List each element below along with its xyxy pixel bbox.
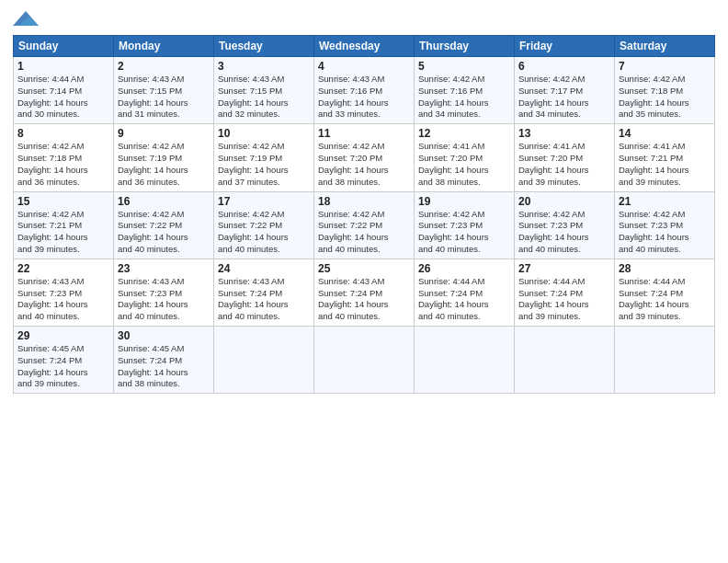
calendar-cell: 13Sunrise: 4:41 AMSunset: 7:20 PMDayligh…: [515, 124, 615, 191]
day-info: Sunrise: 4:43 AMSunset: 7:23 PMDaylight:…: [118, 276, 210, 323]
logo: [13, 9, 42, 29]
day-number: 25: [318, 262, 410, 275]
day-number: 5: [418, 60, 510, 73]
day-number: 6: [518, 60, 610, 73]
calendar-week-5: 29Sunrise: 4:45 AMSunset: 7:24 PMDayligh…: [14, 327, 715, 394]
logo-icon: [13, 9, 39, 29]
day-info: Sunrise: 4:43 AMSunset: 7:15 PMDaylight:…: [218, 74, 310, 121]
day-number: 13: [518, 127, 610, 140]
calendar-cell: 1Sunrise: 4:44 AMSunset: 7:14 PMDaylight…: [14, 57, 114, 124]
day-number: 18: [318, 195, 410, 208]
calendar-cell: [415, 327, 515, 394]
day-number: 4: [318, 60, 410, 73]
day-info: Sunrise: 4:43 AMSunset: 7:23 PMDaylight:…: [17, 276, 109, 323]
day-info: Sunrise: 4:42 AMSunset: 7:22 PMDaylight:…: [118, 209, 210, 256]
calendar-cell: 14Sunrise: 4:41 AMSunset: 7:21 PMDayligh…: [615, 124, 715, 191]
calendar-cell: 25Sunrise: 4:43 AMSunset: 7:24 PMDayligh…: [314, 259, 415, 326]
day-number: 15: [17, 195, 109, 208]
day-number: 3: [218, 60, 310, 73]
day-number: 28: [619, 262, 711, 275]
day-info: Sunrise: 4:43 AMSunset: 7:24 PMDaylight:…: [218, 276, 310, 323]
header: [13, 9, 715, 29]
day-header-sunday: Sunday: [14, 36, 114, 57]
calendar-cell: 15Sunrise: 4:42 AMSunset: 7:21 PMDayligh…: [14, 191, 114, 259]
day-info: Sunrise: 4:45 AMSunset: 7:24 PMDaylight:…: [118, 343, 210, 390]
day-info: Sunrise: 4:42 AMSunset: 7:22 PMDaylight:…: [218, 209, 310, 256]
day-info: Sunrise: 4:43 AMSunset: 7:15 PMDaylight:…: [118, 74, 210, 121]
day-number: 20: [518, 195, 610, 208]
calendar-cell: [515, 327, 615, 394]
day-info: Sunrise: 4:42 AMSunset: 7:18 PMDaylight:…: [619, 74, 711, 121]
day-number: 7: [619, 60, 711, 73]
day-number: 29: [17, 329, 109, 342]
calendar-cell: 11Sunrise: 4:42 AMSunset: 7:20 PMDayligh…: [314, 124, 415, 191]
day-info: Sunrise: 4:42 AMSunset: 7:21 PMDaylight:…: [17, 209, 109, 256]
day-info: Sunrise: 4:42 AMSunset: 7:20 PMDaylight:…: [318, 141, 410, 188]
day-number: 24: [218, 262, 310, 275]
calendar-cell: 29Sunrise: 4:45 AMSunset: 7:24 PMDayligh…: [14, 327, 114, 394]
day-info: Sunrise: 4:41 AMSunset: 7:20 PMDaylight:…: [518, 141, 610, 188]
calendar-header-row: SundayMondayTuesdayWednesdayThursdayFrid…: [14, 36, 715, 57]
calendar-cell: 10Sunrise: 4:42 AMSunset: 7:19 PMDayligh…: [214, 124, 314, 191]
day-info: Sunrise: 4:42 AMSunset: 7:18 PMDaylight:…: [17, 141, 109, 188]
day-number: 14: [619, 127, 711, 140]
calendar-cell: 9Sunrise: 4:42 AMSunset: 7:19 PMDaylight…: [114, 124, 214, 191]
day-info: Sunrise: 4:41 AMSunset: 7:20 PMDaylight:…: [418, 141, 510, 188]
day-info: Sunrise: 4:42 AMSunset: 7:22 PMDaylight:…: [318, 209, 410, 256]
day-info: Sunrise: 4:42 AMSunset: 7:16 PMDaylight:…: [418, 74, 510, 121]
day-header-monday: Monday: [114, 36, 214, 57]
calendar-cell: [615, 327, 715, 394]
calendar-cell: 16Sunrise: 4:42 AMSunset: 7:22 PMDayligh…: [114, 191, 214, 259]
calendar-week-4: 22Sunrise: 4:43 AMSunset: 7:23 PMDayligh…: [14, 259, 715, 326]
day-info: Sunrise: 4:44 AMSunset: 7:24 PMDaylight:…: [619, 276, 711, 323]
calendar-cell: 18Sunrise: 4:42 AMSunset: 7:22 PMDayligh…: [314, 191, 415, 259]
calendar-table: SundayMondayTuesdayWednesdayThursdayFrid…: [13, 35, 715, 394]
calendar-cell: [214, 327, 314, 394]
calendar-cell: 30Sunrise: 4:45 AMSunset: 7:24 PMDayligh…: [114, 327, 214, 394]
day-number: 19: [418, 195, 510, 208]
calendar-cell: 8Sunrise: 4:42 AMSunset: 7:18 PMDaylight…: [14, 124, 114, 191]
calendar-cell: 27Sunrise: 4:44 AMSunset: 7:24 PMDayligh…: [515, 259, 615, 326]
day-info: Sunrise: 4:42 AMSunset: 7:23 PMDaylight:…: [518, 209, 610, 256]
calendar-cell: [314, 327, 415, 394]
calendar-cell: 2Sunrise: 4:43 AMSunset: 7:15 PMDaylight…: [114, 57, 214, 124]
day-header-friday: Friday: [515, 36, 615, 57]
calendar-cell: 21Sunrise: 4:42 AMSunset: 7:23 PMDayligh…: [615, 191, 715, 259]
calendar-cell: 4Sunrise: 4:43 AMSunset: 7:16 PMDaylight…: [314, 57, 415, 124]
day-info: Sunrise: 4:41 AMSunset: 7:21 PMDaylight:…: [619, 141, 711, 188]
calendar-cell: 12Sunrise: 4:41 AMSunset: 7:20 PMDayligh…: [415, 124, 515, 191]
calendar-cell: 19Sunrise: 4:42 AMSunset: 7:23 PMDayligh…: [415, 191, 515, 259]
day-number: 30: [118, 329, 210, 342]
calendar-cell: 17Sunrise: 4:42 AMSunset: 7:22 PMDayligh…: [214, 191, 314, 259]
day-info: Sunrise: 4:43 AMSunset: 7:24 PMDaylight:…: [318, 276, 410, 323]
calendar-cell: 24Sunrise: 4:43 AMSunset: 7:24 PMDayligh…: [214, 259, 314, 326]
day-number: 12: [418, 127, 510, 140]
day-number: 26: [418, 262, 510, 275]
day-info: Sunrise: 4:42 AMSunset: 7:23 PMDaylight:…: [619, 209, 711, 256]
day-number: 8: [17, 127, 109, 140]
calendar-week-2: 8Sunrise: 4:42 AMSunset: 7:18 PMDaylight…: [14, 124, 715, 191]
day-number: 17: [218, 195, 310, 208]
calendar-cell: 3Sunrise: 4:43 AMSunset: 7:15 PMDaylight…: [214, 57, 314, 124]
calendar-cell: 7Sunrise: 4:42 AMSunset: 7:18 PMDaylight…: [615, 57, 715, 124]
day-number: 10: [218, 127, 310, 140]
day-info: Sunrise: 4:44 AMSunset: 7:24 PMDaylight:…: [518, 276, 610, 323]
day-info: Sunrise: 4:43 AMSunset: 7:16 PMDaylight:…: [318, 74, 410, 121]
page: SundayMondayTuesdayWednesdayThursdayFrid…: [0, 0, 728, 563]
calendar-cell: 22Sunrise: 4:43 AMSunset: 7:23 PMDayligh…: [14, 259, 114, 326]
day-number: 2: [118, 60, 210, 73]
day-number: 27: [518, 262, 610, 275]
day-info: Sunrise: 4:45 AMSunset: 7:24 PMDaylight:…: [17, 343, 109, 390]
calendar-week-3: 15Sunrise: 4:42 AMSunset: 7:21 PMDayligh…: [14, 191, 715, 259]
day-header-wednesday: Wednesday: [314, 36, 415, 57]
day-info: Sunrise: 4:44 AMSunset: 7:14 PMDaylight:…: [17, 74, 109, 121]
calendar-cell: 6Sunrise: 4:42 AMSunset: 7:17 PMDaylight…: [515, 57, 615, 124]
day-header-tuesday: Tuesday: [214, 36, 314, 57]
calendar-cell: 5Sunrise: 4:42 AMSunset: 7:16 PMDaylight…: [415, 57, 515, 124]
calendar-cell: 28Sunrise: 4:44 AMSunset: 7:24 PMDayligh…: [615, 259, 715, 326]
day-info: Sunrise: 4:44 AMSunset: 7:24 PMDaylight:…: [418, 276, 510, 323]
day-number: 21: [619, 195, 711, 208]
calendar-week-1: 1Sunrise: 4:44 AMSunset: 7:14 PMDaylight…: [14, 57, 715, 124]
calendar-cell: 26Sunrise: 4:44 AMSunset: 7:24 PMDayligh…: [415, 259, 515, 326]
day-info: Sunrise: 4:42 AMSunset: 7:23 PMDaylight:…: [418, 209, 510, 256]
